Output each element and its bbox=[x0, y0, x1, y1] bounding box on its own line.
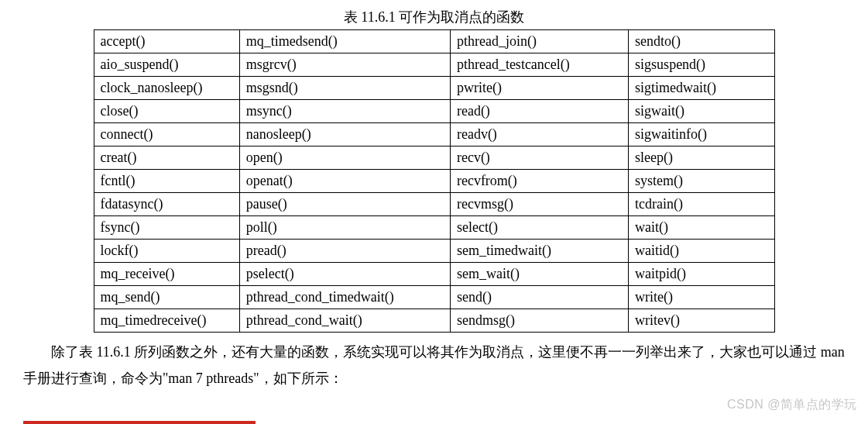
cancellation-points-table: accept()mq_timedsend()pthread_join()send… bbox=[94, 29, 775, 333]
table-cell: waitid() bbox=[629, 240, 774, 263]
table-cell: sigsuspend() bbox=[629, 53, 774, 77]
table-cell: recvmsg() bbox=[450, 193, 628, 216]
table-cell: aio_suspend() bbox=[94, 53, 239, 77]
table-cell: system() bbox=[629, 170, 774, 193]
table-cell: select() bbox=[450, 216, 628, 240]
table-row: lockf()pread()sem_timedwait()waitid() bbox=[94, 240, 774, 263]
table-row: fsync()poll()select()wait() bbox=[94, 216, 774, 240]
table-row: mq_receive()pselect()sem_wait()waitpid() bbox=[94, 263, 774, 286]
table-cell: msgsnd() bbox=[239, 77, 450, 100]
table-cell: sem_wait() bbox=[450, 263, 628, 286]
table-cell: mq_send() bbox=[94, 286, 239, 309]
table-cell: waitpid() bbox=[629, 263, 774, 286]
table-cell: sendto() bbox=[629, 30, 774, 53]
table-cell: close() bbox=[94, 100, 239, 123]
table-cell: sigwait() bbox=[629, 100, 774, 123]
table-cell: accept() bbox=[94, 30, 239, 53]
table-cell: fsync() bbox=[94, 216, 239, 240]
table-cell: fdatasync() bbox=[94, 193, 239, 216]
red-underline bbox=[23, 421, 256, 424]
table-cell: wait() bbox=[629, 216, 774, 240]
table-cell: lockf() bbox=[94, 240, 239, 263]
header-fragment bbox=[0, 0, 868, 6]
table-cell: mq_receive() bbox=[94, 263, 239, 286]
table-row: close()msync()read()sigwait() bbox=[94, 100, 774, 123]
table-row: mq_send()pthread_cond_timedwait()send()w… bbox=[94, 286, 774, 309]
table-wrapper: accept()mq_timedsend()pthread_join()send… bbox=[0, 29, 868, 333]
table-cell: sigwaitinfo() bbox=[629, 123, 774, 147]
table-row: accept()mq_timedsend()pthread_join()send… bbox=[94, 30, 774, 53]
table-cell: pread() bbox=[239, 240, 450, 263]
table-cell: pthread_cond_timedwait() bbox=[239, 286, 450, 309]
table-cell: send() bbox=[450, 286, 628, 309]
table-row: fdatasync()pause()recvmsg()tcdrain() bbox=[94, 193, 774, 216]
table-row: mq_timedreceive()pthread_cond_wait()send… bbox=[94, 309, 774, 333]
table-cell: poll() bbox=[239, 216, 450, 240]
table-cell: sigtimedwait() bbox=[629, 77, 774, 100]
table-cell: sleep() bbox=[629, 147, 774, 170]
table-cell: nanosleep() bbox=[239, 123, 450, 147]
table-row: aio_suspend()msgrcv()pthread_testcancel(… bbox=[94, 53, 774, 77]
table-cell: mq_timedreceive() bbox=[94, 309, 239, 333]
table-cell: pselect() bbox=[239, 263, 450, 286]
table-cell: recvfrom() bbox=[450, 170, 628, 193]
table-cell: read() bbox=[450, 100, 628, 123]
table-caption: 表 11.6.1 可作为取消点的函数 bbox=[0, 8, 868, 26]
table-cell: tcdrain() bbox=[629, 193, 774, 216]
table-row: fcntl()openat()recvfrom()system() bbox=[94, 170, 774, 193]
table-cell: msync() bbox=[239, 100, 450, 123]
table-cell: pthread_testcancel() bbox=[450, 53, 628, 77]
watermark: CSDN @简单点的学玩 bbox=[727, 397, 857, 413]
table-cell: pthread_join() bbox=[450, 30, 628, 53]
paragraph-text: 除了表 11.6.1 所列函数之外，还有大量的函数，系统实现可以将其作为取消点，… bbox=[23, 339, 845, 391]
table-cell: open() bbox=[239, 147, 450, 170]
table-cell: creat() bbox=[94, 147, 239, 170]
table-cell: pause() bbox=[239, 193, 450, 216]
table-cell: recv() bbox=[450, 147, 628, 170]
table-cell: mq_timedsend() bbox=[239, 30, 450, 53]
table-cell: writev() bbox=[629, 309, 774, 333]
table-cell: write() bbox=[629, 286, 774, 309]
table-cell: sem_timedwait() bbox=[450, 240, 628, 263]
table-cell: fcntl() bbox=[94, 170, 239, 193]
table-row: clock_nanosleep()msgsnd()pwrite()sigtime… bbox=[94, 77, 774, 100]
table-row: connect()nanosleep()readv()sigwaitinfo() bbox=[94, 123, 774, 147]
table-cell: openat() bbox=[239, 170, 450, 193]
table-row: creat()open()recv()sleep() bbox=[94, 147, 774, 170]
table-cell: readv() bbox=[450, 123, 628, 147]
table-cell: pthread_cond_wait() bbox=[239, 309, 450, 333]
table-cell: pwrite() bbox=[450, 77, 628, 100]
table-cell: msgrcv() bbox=[239, 53, 450, 77]
table-cell: clock_nanosleep() bbox=[94, 77, 239, 100]
table-cell: sendmsg() bbox=[450, 309, 628, 333]
table-cell: connect() bbox=[94, 123, 239, 147]
